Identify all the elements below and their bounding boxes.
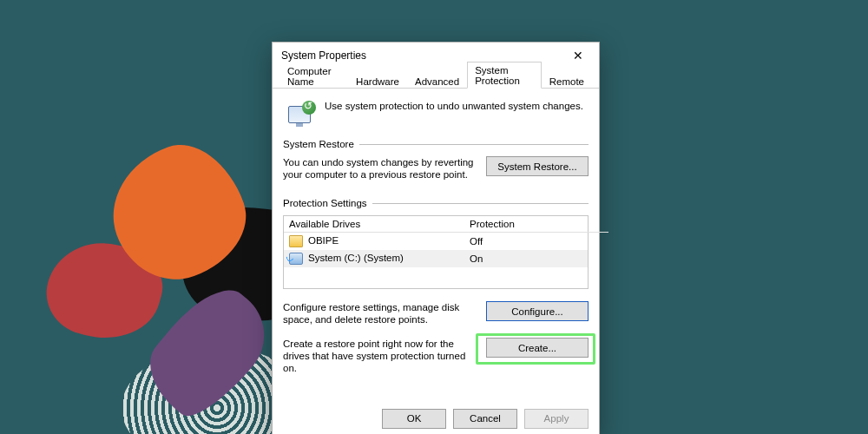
drive-protection: On (464, 251, 608, 266)
tab-system-protection[interactable]: System Protection (467, 62, 542, 89)
dialog-footer: OK Cancel Apply (273, 402, 599, 434)
close-icon: ✕ (573, 49, 583, 62)
drives-header: Available Drives Protection (284, 216, 588, 233)
drive-name: OBIPE (308, 235, 339, 246)
cancel-button[interactable]: Cancel (453, 409, 517, 429)
intro-row: Use system protection to undo unwanted s… (286, 101, 589, 127)
col-protection: Protection (464, 216, 608, 233)
system-properties-dialog: System Properties ✕ Computer Name Hardwa… (272, 42, 600, 434)
system-restore-text: You can undo system changes by reverting… (283, 156, 477, 181)
tabstrip: Computer Name Hardware Advanced System P… (273, 69, 599, 89)
protection-settings-heading: Protection Settings (283, 198, 367, 208)
tab-advanced[interactable]: Advanced (407, 73, 467, 89)
drive-name: System (C:) (System) (308, 253, 404, 263)
create-button[interactable]: Create... (486, 338, 589, 358)
drives-list[interactable]: Available Drives Protection OBIPE Off Sy… (283, 215, 589, 289)
tab-computer-name[interactable]: Computer Name (279, 62, 348, 89)
group-system-restore: System Restore You can undo system chang… (283, 139, 589, 181)
close-button[interactable]: ✕ (562, 45, 594, 66)
system-restore-button[interactable]: System Restore... (486, 156, 589, 176)
tab-remote[interactable]: Remote (542, 73, 592, 89)
configure-text: Configure restore settings, manage disk … (283, 301, 477, 326)
group-protection-settings: Protection Settings Available Drives Pro… (283, 198, 589, 374)
drive-row[interactable]: OBIPE Off (284, 233, 588, 250)
intro-text: Use system protection to undo unwanted s… (325, 101, 583, 111)
drive-row[interactable]: System (C:) (System) On (284, 250, 588, 267)
apply-button[interactable]: Apply (524, 409, 589, 429)
system-restore-icon (286, 101, 316, 127)
create-text: Create a restore point right now for the… (283, 338, 477, 374)
ok-button[interactable]: OK (382, 409, 446, 429)
configure-button[interactable]: Configure... (486, 301, 589, 321)
col-available-drives: Available Drives (284, 216, 464, 233)
disk-icon (289, 253, 303, 265)
dialog-body: Use system protection to undo unwanted s… (273, 89, 599, 374)
drive-protection: Off (464, 233, 608, 249)
folder-icon (289, 235, 303, 247)
system-restore-heading: System Restore (283, 139, 354, 149)
window-title: System Properties (281, 49, 366, 62)
tab-hardware[interactable]: Hardware (348, 73, 407, 89)
desktop: System Properties ✕ Computer Name Hardwa… (0, 0, 868, 434)
